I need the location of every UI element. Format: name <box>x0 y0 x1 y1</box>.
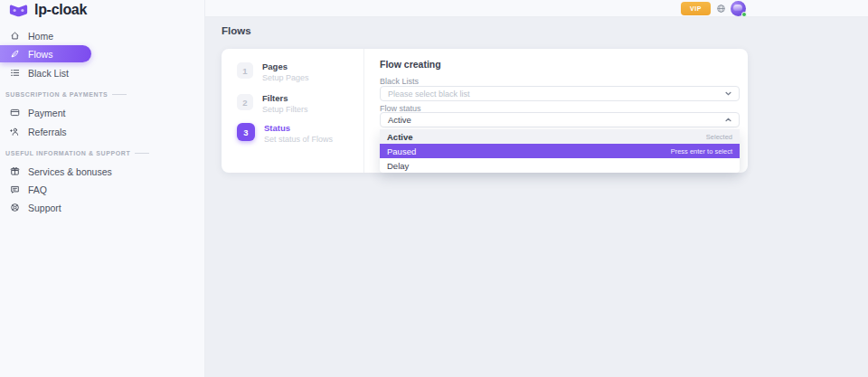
mask-icon <box>9 4 28 17</box>
dropdown-option-paused[interactable]: Paused Press enter to select <box>380 144 740 158</box>
sidebar-item-black-list[interactable]: Black List <box>0 66 181 80</box>
step-title: Filters <box>262 93 308 103</box>
sidebar-item-label: Home <box>28 31 53 42</box>
globe-icon <box>716 4 726 14</box>
wizard-step-filters[interactable]: 2 Filters Setup Filters <box>237 93 308 114</box>
credit-card-icon <box>10 108 20 118</box>
dropdown-option-active[interactable]: Active Selected <box>380 129 740 144</box>
sidebar-item-payment[interactable]: Payment <box>0 106 181 119</box>
option-label: Paused <box>387 146 416 156</box>
step-subtitle: Set status of Flows <box>264 135 333 144</box>
top-bar: VIP <box>205 0 868 17</box>
wizard-step-status[interactable]: 3 Status Set status of Flows <box>237 123 333 144</box>
step-subtitle: Setup Filters <box>262 105 308 114</box>
sidebar-item-label: Referrals <box>28 127 67 137</box>
sidebar-item-home[interactable]: Home <box>0 29 181 42</box>
online-status-dot <box>741 12 747 17</box>
sidebar-item-support[interactable]: Support <box>0 201 181 214</box>
sidebar-item-label: Flows <box>28 49 52 60</box>
flow-status-value: Active <box>388 115 411 125</box>
page-title: Flows <box>222 25 251 36</box>
sidebar-item-label: FAQ <box>28 184 47 195</box>
brand-name: lp-cloak <box>34 2 87 18</box>
sidebar-item-label: Black List <box>28 68 69 79</box>
person-add-icon <box>10 127 20 137</box>
list-icon <box>10 68 20 78</box>
wizard-step-pages[interactable]: 1 Pages Setup Pages <box>237 61 309 82</box>
black-lists-placeholder: Please select black list <box>388 90 470 99</box>
sidebar-item-flows[interactable]: Flows <box>0 45 91 62</box>
step-number: 3 <box>237 123 255 141</box>
gift-icon <box>10 166 20 176</box>
section-title-text: SUBSCRIPTION & PAYMENTS <box>5 91 108 98</box>
sidebar-item-referrals[interactable]: Referrals <box>0 125 181 138</box>
sidebar-item-services-bonuses[interactable]: Services & bonuses <box>0 165 181 178</box>
feather-icon <box>10 49 20 59</box>
option-label: Active <box>387 132 413 142</box>
black-lists-select[interactable]: Please select black list <box>380 86 740 101</box>
top-bar-actions: VIP <box>681 1 746 16</box>
lifebuoy-icon <box>10 203 20 212</box>
brand-logo[interactable]: lp-cloak <box>9 2 87 18</box>
faq-icon <box>10 184 20 194</box>
black-lists-label: Black Lists <box>380 77 419 86</box>
step-number: 2 <box>237 94 253 110</box>
option-hint: Press enter to select <box>671 147 732 156</box>
chevron-down-icon <box>725 91 731 96</box>
flow-status-dropdown: Active Selected Paused Press enter to se… <box>380 129 740 173</box>
sidebar-item-faq[interactable]: FAQ <box>0 183 181 196</box>
option-label: Delay <box>387 161 409 171</box>
sidebar-item-label: Payment <box>28 108 65 118</box>
step-title: Pages <box>262 61 309 71</box>
section-divider <box>112 94 127 95</box>
home-icon <box>10 31 20 41</box>
sidebar-section-subscription: SUBSCRIPTION & PAYMENTS <box>5 91 127 98</box>
step-title: Status <box>264 123 333 133</box>
dropdown-option-delay[interactable]: Delay <box>380 158 740 173</box>
sidebar-item-label: Services & bonuses <box>28 166 112 177</box>
option-hint: Selected <box>706 133 732 141</box>
sidebar-section-support: USEFUL INFORMATION & SUPPORT <box>5 150 149 156</box>
sidebar-item-label: Support <box>28 203 61 213</box>
form-title: Flow creating <box>380 59 441 70</box>
user-avatar[interactable] <box>731 1 746 16</box>
section-title-text: USEFUL INFORMATION & SUPPORT <box>5 150 130 156</box>
sidebar: lp-cloak Home Flows Black List SUBSCRIPT… <box>0 0 205 377</box>
avatar-image <box>733 5 742 11</box>
flow-creating-card: 1 Pages Setup Pages 2 Filters Setup Filt… <box>222 49 748 173</box>
flow-creating-form: Flow creating Black Lists Please select … <box>380 49 740 173</box>
chevron-up-icon <box>725 118 731 122</box>
language-globe-button[interactable] <box>715 4 726 14</box>
section-divider <box>135 153 149 154</box>
step-subtitle: Setup Pages <box>262 73 309 82</box>
card-divider <box>363 49 364 173</box>
flow-status-select[interactable]: Active <box>380 112 740 127</box>
vip-button[interactable]: VIP <box>681 2 711 15</box>
step-number: 1 <box>237 62 253 79</box>
